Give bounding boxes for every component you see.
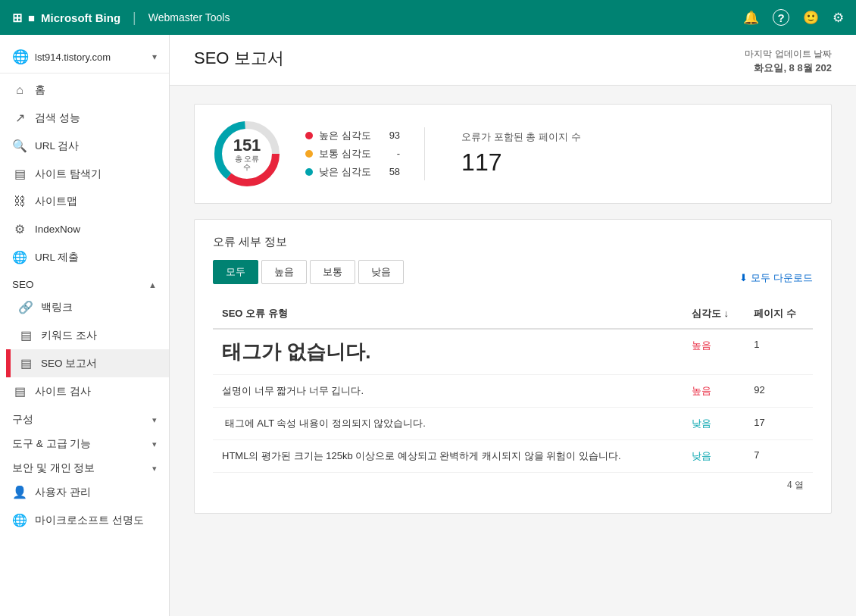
topnav-divider: | [133, 10, 136, 26]
sidebar-item-keyword-research[interactable]: ▤ 키워드 조사 [6, 321, 169, 349]
notification-icon[interactable]: 🔔 [743, 10, 759, 26]
sidebar-label-indexnow: IndexNow [35, 224, 80, 235]
col-type: SEO 오류 유형 [213, 299, 683, 329]
sidebar-item-home[interactable]: ⌂ 홈 [0, 77, 169, 104]
cell-pages: 92 [745, 374, 813, 407]
sidebar-label-site-explorer: 사이트 탐색기 [35, 167, 102, 181]
sidebar-label-backlink: 백링크 [41, 301, 73, 314]
download-all-link[interactable]: ⬇ 모두 다운로드 [739, 271, 813, 285]
user-management-icon: 👤 [12, 485, 27, 499]
tab-high[interactable]: 높음 [261, 260, 307, 284]
cell-type: 설명이 너무 짧거나 너무 깁니다. [213, 374, 683, 407]
legend-dot-low [305, 168, 313, 176]
topnav-title: Webmaster Tools [148, 11, 230, 23]
sidebar-item-sitemap[interactable]: ⛓ 사이트맵 [0, 188, 169, 215]
cell-type: 태그가 없습니다. [213, 329, 683, 375]
row-count: 4 열 [213, 473, 813, 498]
sidebar: 🌐 lst914.tistory.com ▾ ⌂ 홈 ↗ 검색 성능 🔍 URL… [0, 35, 170, 616]
tab-low[interactable]: 낮음 [358, 260, 404, 284]
topnav: ⊞ ■ Microsoft Bing | Webmaster Tools 🔔 ?… [0, 0, 856, 35]
indexnow-icon: ⚙ [12, 222, 27, 236]
sidebar-item-search-performance[interactable]: ↗ 검색 성능 [0, 104, 169, 132]
legend-item-medium: 보통 심각도 - [305, 147, 400, 161]
sidebar-section-config[interactable]: 구성 ▾ [0, 405, 169, 430]
download-label: 모두 다운로드 [751, 271, 813, 285]
total-pages-count: 117 [461, 149, 580, 177]
sidebar-item-site-explorer[interactable]: ▤ 사이트 탐색기 [0, 160, 169, 188]
legend: 높은 심각도 93 보통 심각도 - 낮은 심각도 58 [305, 129, 400, 179]
backlink-icon: 🔗 [18, 300, 33, 314]
donut-chart: 151 총 오류 수 [213, 120, 281, 188]
summary-divider [424, 127, 425, 180]
summary-card: 151 총 오류 수 높은 심각도 93 보통 심각도 - [194, 104, 832, 204]
sidebar-label-sitemap: 사이트맵 [35, 195, 77, 208]
col-pages: 페이지 수 [745, 299, 813, 329]
table-row: 설명이 너무 짧거나 너무 깁니다. 높음 92 [213, 374, 813, 407]
page-title: SEO 보고서 [194, 47, 284, 70]
topnav-icons: 🔔 ? 🙂 ⚙ [743, 9, 844, 26]
download-icon: ⬇ [739, 272, 748, 283]
home-icon: ⌂ [12, 83, 27, 97]
detail-section: 오류 세부 정보 모두 높음 보통 낮음 ⬇ 모두 다운로드 [194, 219, 832, 514]
search-icon: 🔍 [12, 139, 27, 153]
last-update-date: 마지막 업데이트 날짜 화요일, 8 8월 202 [745, 47, 832, 76]
content-header: SEO 보고서 마지막 업데이트 날짜 화요일, 8 8월 202 [170, 35, 856, 86]
legend-label-low: 낮은 심각도 [319, 165, 371, 179]
trend-icon: ↗ [12, 111, 27, 125]
sidebar-label-site-inspection: 사이트 검사 [35, 385, 91, 399]
sidebar-site-name: lst914.tistory.com [35, 52, 146, 63]
total-pages-label: 오류가 포함된 총 페이지 수 [461, 130, 580, 144]
legend-dot-high [305, 132, 313, 139]
cell-severity: 높음 [683, 329, 745, 375]
sidebar-item-site-inspection[interactable]: ▤ 사이트 검사 [0, 377, 169, 405]
sidebar-item-indexnow[interactable]: ⚙ IndexNow [0, 215, 169, 243]
sidebar-section-seo[interactable]: SEO ▲ [0, 271, 169, 293]
date-label: 마지막 업데이트 날짜 [745, 47, 832, 61]
donut-sublabel: 총 오류 수 [230, 155, 264, 171]
settings-icon[interactable]: ⚙ [833, 10, 844, 26]
detail-title: 오류 세부 정보 [213, 235, 813, 249]
date-value: 화요일, 8 8월 202 [745, 61, 832, 76]
declaration-icon: 🌐 [12, 513, 27, 527]
table-row: 태그에 ALT 속성 내용이 정의되지 않았습니다. 낮음 17 [213, 407, 813, 439]
table-row: HTML의 평가된 크기는 125kb 이상으로 예상되고 완벽하게 캐시되지 … [213, 439, 813, 472]
sidebar-item-url-inspection[interactable]: 🔍 URL 검사 [0, 132, 169, 160]
total-pages: 오류가 포함된 총 페이지 수 117 [449, 130, 592, 177]
cell-severity: 낮음 [683, 407, 745, 439]
legend-value-high: 93 [377, 130, 400, 141]
site-chevron-icon: ▾ [152, 52, 157, 62]
sidebar-section-security[interactable]: 보안 및 개인 정보 ▾ [0, 454, 169, 478]
sidebar-item-user-management[interactable]: 👤 사용자 관리 [0, 478, 169, 506]
sidebar-site-selector[interactable]: 🌐 lst914.tistory.com ▾ [0, 41, 169, 73]
sidebar-item-seo-report[interactable]: ▤ SEO 보고서 [6, 349, 169, 377]
user-icon[interactable]: 🙂 [803, 10, 819, 26]
grid-icon: ▤ [12, 167, 27, 181]
seo-chevron-icon: ▲ [148, 280, 157, 289]
sidebar-item-backlink[interactable]: 🔗 백링크 [6, 293, 169, 321]
tools-chevron-icon: ▾ [152, 439, 157, 449]
legend-item-high: 높은 심각도 93 [305, 129, 400, 142]
legend-value-low: 58 [377, 166, 400, 177]
config-chevron-icon: ▾ [152, 415, 157, 425]
sidebar-item-microsoft-declaration[interactable]: 🌐 마이크로소프트 선명도 [0, 506, 169, 534]
donut-label: 151 총 오류 수 [230, 136, 264, 170]
sidebar-section-tools[interactable]: 도구 & 고급 기능 ▾ [0, 430, 169, 454]
errors-table: SEO 오류 유형 심각도 ↓ 페이지 수 태그가 없습니다. 높음 1 설명이… [213, 299, 813, 473]
tab-all[interactable]: 모두 [213, 260, 258, 284]
sidebar-item-url-submit[interactable]: 🌐 URL 제출 [0, 243, 169, 271]
bing-logo-icon: ■ [28, 11, 35, 24]
cell-type: HTML의 평가된 크기는 125kb 이상으로 예상되고 완벽하게 캐시되지 … [213, 439, 683, 472]
cell-pages: 1 [745, 329, 813, 375]
legend-label-medium: 보통 심각도 [319, 147, 371, 161]
help-icon[interactable]: ? [773, 9, 789, 26]
url-submit-icon: 🌐 [12, 250, 27, 264]
keyword-icon: ▤ [18, 328, 33, 342]
sitemap-icon: ⛓ [12, 195, 27, 208]
sidebar-seo-sub: 🔗 백링크 ▤ 키워드 조사 ▤ SEO 보고서 [0, 293, 169, 377]
tab-medium[interactable]: 보통 [310, 260, 355, 284]
grid-icon[interactable]: ⊞ [12, 11, 22, 25]
sidebar-label-url-submit: URL 제출 [35, 251, 79, 264]
content-area: SEO 보고서 마지막 업데이트 날짜 화요일, 8 8월 202 [170, 35, 856, 616]
sidebar-label-microsoft-declaration: 마이크로소프트 선명도 [35, 514, 144, 527]
site-inspection-icon: ▤ [12, 384, 27, 399]
